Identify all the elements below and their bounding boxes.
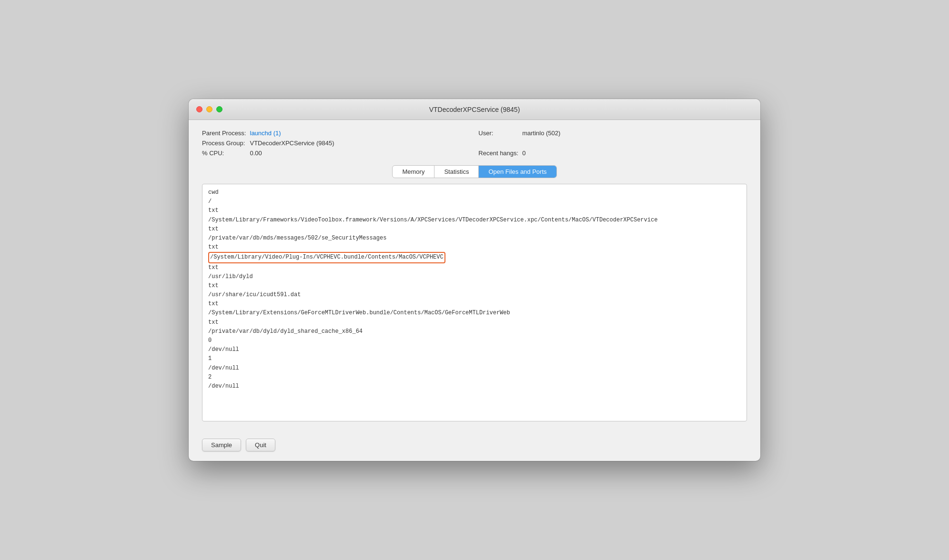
sample-button[interactable]: Sample bbox=[202, 439, 241, 451]
list-item: /System/Library/Frameworks/VideoToolbox.… bbox=[208, 216, 741, 225]
parent-process-value: launchd (1) bbox=[250, 130, 475, 137]
maximize-button[interactable] bbox=[216, 106, 222, 112]
minimize-button[interactable] bbox=[206, 106, 212, 112]
list-item: /System/Library/Extensions/GeForceMTLDri… bbox=[208, 309, 741, 318]
list-item: txt bbox=[208, 206, 741, 215]
parent-process-link[interactable]: launchd (1) bbox=[250, 130, 281, 137]
list-item: /private/var/db/mds/messages/502/se_Secu… bbox=[208, 234, 741, 243]
list-item: /dev/null bbox=[208, 364, 741, 373]
tab-group: Memory Statistics Open Files and Ports bbox=[392, 165, 556, 178]
list-item: txt bbox=[208, 263, 741, 272]
traffic-lights bbox=[196, 106, 222, 112]
tabs-container: Memory Statistics Open Files and Ports bbox=[202, 165, 747, 178]
content-area: Parent Process: launchd (1) User: martin… bbox=[189, 120, 760, 431]
cpu-value: 0.00 bbox=[250, 150, 475, 157]
tab-memory[interactable]: Memory bbox=[393, 166, 434, 178]
list-item: 1 bbox=[208, 354, 741, 363]
list-item: / bbox=[208, 197, 741, 206]
window-title: VTDecoderXPCService (9845) bbox=[429, 106, 520, 113]
main-window: VTDecoderXPCService (9845) Parent Proces… bbox=[189, 99, 760, 461]
list-item: 2 bbox=[208, 373, 741, 382]
cpu-label: % CPU: bbox=[202, 150, 246, 157]
user-label: User: bbox=[478, 130, 518, 137]
close-button[interactable] bbox=[196, 106, 202, 112]
list-item: /dev/null bbox=[208, 345, 741, 354]
bottom-bar: Sample Quit bbox=[189, 431, 760, 461]
file-list: cwd/txt/System/Library/Frameworks/VideoT… bbox=[202, 184, 747, 421]
list-item: 0 bbox=[208, 336, 741, 345]
list-item: txt bbox=[208, 225, 741, 234]
list-item: /usr/lib/dyld bbox=[208, 272, 741, 281]
user-value: martinlo (502) bbox=[522, 130, 747, 137]
parent-process-label: Parent Process: bbox=[202, 130, 246, 137]
titlebar: VTDecoderXPCService (9845) bbox=[189, 99, 760, 120]
recent-hangs-value: 0 bbox=[522, 150, 747, 157]
list-item: txt bbox=[208, 243, 741, 252]
list-item: /usr/share/icu/icudt59l.dat bbox=[208, 290, 741, 300]
recent-hangs-label: Recent hangs: bbox=[478, 150, 518, 157]
list-item: cwd bbox=[208, 188, 741, 197]
list-item: /private/var/db/dyld/dyld_shared_cache_x… bbox=[208, 327, 741, 336]
tab-statistics[interactable]: Statistics bbox=[434, 166, 479, 178]
list-item: /System/Library/Video/Plug-Ins/VCPHEVC.b… bbox=[208, 252, 741, 263]
process-group-label: Process Group: bbox=[202, 140, 246, 147]
list-item: txt bbox=[208, 300, 741, 309]
list-item: /dev/null bbox=[208, 382, 741, 391]
tab-open-files[interactable]: Open Files and Ports bbox=[479, 166, 556, 178]
process-info: Parent Process: launchd (1) User: martin… bbox=[202, 130, 747, 157]
process-group-value: VTDecoderXPCService (9845) bbox=[250, 140, 475, 147]
list-item: txt bbox=[208, 318, 741, 327]
quit-button[interactable]: Quit bbox=[246, 439, 275, 451]
list-item: txt bbox=[208, 281, 741, 290]
